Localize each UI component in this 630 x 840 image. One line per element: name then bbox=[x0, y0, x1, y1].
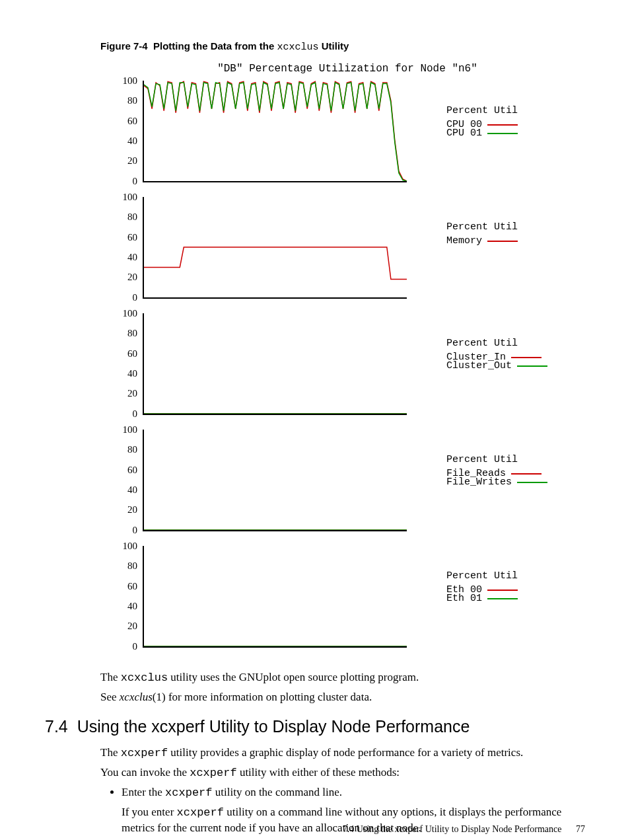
legend-color-swatch bbox=[487, 124, 518, 126]
legend-label: Cluster_Out bbox=[446, 362, 512, 370]
y-tick-label: 40 bbox=[127, 599, 137, 613]
legend-label: Eth 01 bbox=[446, 594, 482, 603]
y-tick-label: 40 bbox=[127, 250, 137, 264]
figure-label: Figure 7-4 bbox=[100, 40, 148, 52]
legend-color-swatch bbox=[511, 357, 542, 358]
chart-legend: Percent UtilMemory bbox=[446, 221, 518, 245]
y-tick-label: 80 bbox=[127, 443, 137, 456]
section-title: Using the xcxperf Utility to Display Nod… bbox=[77, 717, 470, 736]
plot-area bbox=[143, 81, 407, 182]
chart-legend: Percent UtilEth 00Eth 01 bbox=[446, 570, 518, 603]
legend-item: Eth 01 bbox=[446, 594, 518, 603]
para-invoke-methods: You can invoke the xcxperf utility with … bbox=[100, 765, 585, 781]
section-heading: 7.4 Using the xcxperf Utility to Display… bbox=[45, 716, 585, 738]
para-see-man: See xcxclus(1) for more information on p… bbox=[100, 690, 585, 705]
chart-legend: Percent UtilCPU 00CPU 01 bbox=[446, 104, 518, 137]
y-tick-label: 0 bbox=[133, 174, 138, 188]
legend-label: File_Writes bbox=[446, 478, 512, 486]
y-tick-label: 80 bbox=[127, 559, 137, 572]
legend-title: Percent Util bbox=[446, 337, 547, 350]
para-xcxperf-desc: The xcxperf utility provides a graphic d… bbox=[100, 745, 585, 761]
legend-color-swatch bbox=[487, 133, 518, 134]
chart-panel: 020406080100Percent UtilMemory bbox=[110, 196, 585, 309]
y-tick-label: 0 bbox=[133, 291, 138, 304]
y-tick-label: 100 bbox=[123, 423, 138, 436]
y-tick-label: 20 bbox=[127, 503, 137, 516]
plot-area bbox=[143, 313, 407, 415]
chart-legend: Percent UtilCluster_InCluster_Out bbox=[446, 337, 547, 370]
legend-title: Percent Util bbox=[446, 221, 518, 234]
figure-mono: xcxclus bbox=[277, 42, 319, 53]
plot-area bbox=[143, 546, 407, 648]
chart-panel: 020406080100Percent UtilFile_ReadsFile_W… bbox=[110, 428, 585, 542]
footer-section: 7.4 Using the xcxperf Utility to Display… bbox=[343, 824, 562, 834]
figure-title-pre: Plotting the Data from the bbox=[153, 40, 277, 52]
legend-color-swatch bbox=[487, 598, 518, 599]
legend-title: Percent Util bbox=[446, 570, 518, 583]
y-tick-label: 20 bbox=[127, 270, 137, 284]
figure-title-post: Utility bbox=[319, 40, 349, 52]
plot-area bbox=[143, 197, 407, 299]
para-gnuplot: The xcxclus utility uses the GNUplot ope… bbox=[100, 670, 585, 686]
legend-label: Memory bbox=[446, 237, 482, 245]
y-tick-label: 40 bbox=[127, 134, 137, 147]
li-cmdline: Enter the xcxperf utility on the command… bbox=[122, 786, 342, 798]
chart-title: "DB" Percentage Utilization for Node "n6… bbox=[110, 62, 585, 77]
chart-panel: 020406080100Percent UtilCPU 00CPU 01 bbox=[110, 79, 585, 193]
chart-legend: Percent UtilFile_ReadsFile_Writes bbox=[446, 453, 547, 486]
y-tick-label: 40 bbox=[127, 367, 137, 380]
section-number: 7.4 bbox=[45, 717, 68, 736]
figure-caption: Figure 7-4 Plotting the Data from the xc… bbox=[100, 40, 585, 54]
y-tick-label: 100 bbox=[123, 190, 138, 204]
chart-panel: 020406080100Percent UtilCluster_InCluste… bbox=[110, 312, 585, 426]
y-tick-label: 20 bbox=[127, 154, 137, 167]
legend-item: Cluster_Out bbox=[446, 362, 547, 370]
y-tick-label: 0 bbox=[133, 407, 138, 420]
y-tick-label: 80 bbox=[127, 326, 137, 340]
y-tick-label: 80 bbox=[127, 94, 137, 107]
legend-title: Percent Util bbox=[446, 104, 518, 118]
chart-stack: "DB" Percentage Utilization for Node "n6… bbox=[110, 62, 585, 658]
y-tick-label: 60 bbox=[127, 231, 137, 244]
plot-area bbox=[143, 430, 407, 531]
series-line bbox=[144, 81, 407, 181]
legend-color-swatch bbox=[511, 473, 542, 475]
y-tick-label: 80 bbox=[127, 210, 137, 223]
legend-title: Percent Util bbox=[446, 453, 547, 467]
y-tick-label: 100 bbox=[123, 539, 138, 553]
y-tick-label: 60 bbox=[127, 114, 137, 128]
series-line bbox=[144, 247, 407, 280]
page-number: 77 bbox=[576, 824, 585, 834]
y-tick-label: 60 bbox=[127, 580, 137, 593]
legend-color-swatch bbox=[517, 482, 547, 483]
y-tick-label: 40 bbox=[127, 483, 137, 496]
legend-label: CPU 01 bbox=[446, 129, 482, 137]
y-tick-label: 20 bbox=[127, 619, 137, 632]
legend-color-swatch bbox=[487, 590, 518, 591]
y-tick-label: 100 bbox=[123, 74, 138, 87]
page-footer: 7.4 Using the xcxperf Utility to Display… bbox=[343, 823, 585, 836]
series-line bbox=[144, 83, 407, 181]
y-tick-label: 60 bbox=[127, 463, 137, 477]
y-tick-label: 20 bbox=[127, 387, 137, 400]
y-tick-label: 60 bbox=[127, 347, 137, 360]
legend-item: Memory bbox=[446, 237, 518, 245]
legend-item: File_Writes bbox=[446, 478, 547, 486]
legend-color-swatch bbox=[487, 241, 518, 242]
legend-color-swatch bbox=[517, 365, 547, 367]
legend-item: CPU 01 bbox=[446, 129, 518, 137]
y-tick-label: 0 bbox=[133, 523, 138, 537]
chart-panel: 020406080100Percent UtilEth 00Eth 01 bbox=[110, 545, 585, 658]
y-tick-label: 0 bbox=[133, 640, 138, 653]
y-tick-label: 100 bbox=[123, 307, 138, 320]
